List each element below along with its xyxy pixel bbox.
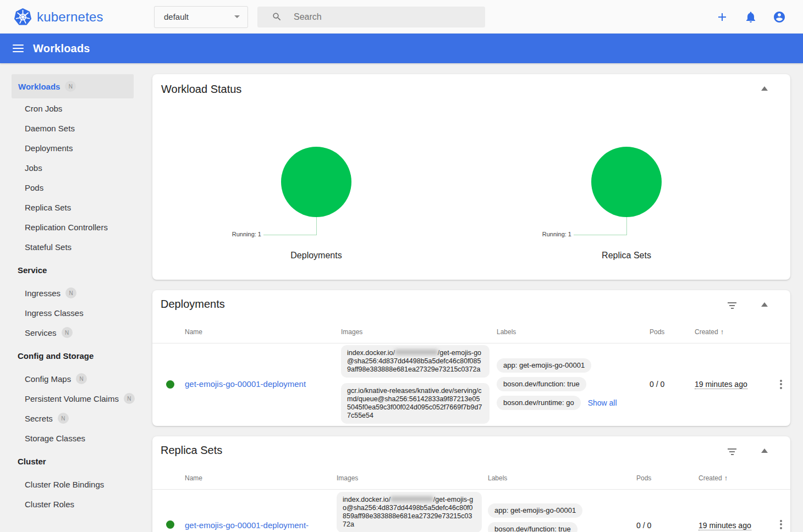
sidebar-item-replica-sets[interactable]: Replica Sets: [0, 197, 141, 217]
sidebar-item-cluster-roles[interactable]: Cluster Roles: [0, 494, 141, 514]
chart-caption: Replica Sets: [471, 251, 782, 261]
sidebar-section-service: Service: [0, 260, 141, 280]
column-header-images: Images: [337, 474, 488, 482]
sidebar-item-stateful-sets[interactable]: Stateful Sets: [0, 237, 141, 257]
labels-cell: app: get-emojis-go-00001 boson.dev/funct…: [488, 503, 636, 532]
row-menu-kebab-icon[interactable]: [776, 378, 786, 391]
image-chip: gcr.io/knative-releases/knative.dev/serv…: [341, 383, 490, 424]
pie-running-slice: [591, 147, 662, 217]
table-row: get-emojis-go-00001-deployment- index.do…: [152, 490, 790, 532]
search-input[interactable]: [294, 12, 459, 22]
sidebar-item-persistent-volume-claims[interactable]: Persistent Volume Claims N: [0, 389, 141, 408]
sidebar-item-storage-classes[interactable]: Storage Classes: [0, 428, 141, 448]
topbar-actions: [716, 10, 803, 24]
sidebar-item-config-maps[interactable]: Config Maps N: [0, 369, 141, 389]
deployments-pie-chart: Running: 1 Deployments: [161, 101, 471, 270]
account-user-icon[interactable]: [773, 10, 786, 24]
namespace-selector[interactable]: default: [154, 6, 248, 28]
sidebar-item-daemon-sets[interactable]: Daemon Sets: [0, 118, 141, 138]
sort-ascending-icon: ↑: [721, 328, 724, 336]
images-cell: index.docker.io//get-emojis-go@sha256:4d…: [337, 492, 488, 532]
status-running-icon: [166, 380, 174, 389]
filter-list-icon[interactable]: [727, 448, 737, 456]
sidebar-item-deployments[interactable]: Deployments: [0, 138, 141, 158]
pie-running-slice: [281, 147, 351, 217]
chart-caption: Deployments: [161, 251, 471, 261]
collapse-card-icon[interactable]: [761, 448, 768, 453]
label-chip: boson.dev/function: true: [497, 377, 586, 391]
column-header-created[interactable]: Created↑: [698, 474, 770, 482]
sidebar-item-services[interactable]: Services N: [0, 323, 141, 342]
collapse-card-icon[interactable]: [761, 302, 768, 307]
sidebar-item-jobs[interactable]: Jobs: [0, 158, 141, 178]
sidebar-item-secrets[interactable]: Secrets N: [0, 408, 141, 428]
kubernetes-logo-icon: [14, 8, 32, 26]
new-badge: N: [62, 327, 73, 338]
sidebar-item-ingresses[interactable]: Ingresses N: [0, 283, 141, 303]
image-chip: index.docker.io//get-emojis-go@sha256:4d…: [341, 345, 490, 378]
chevron-down-icon: [234, 15, 240, 18]
collapse-card-icon[interactable]: [761, 86, 768, 91]
row-menu-kebab-icon[interactable]: [776, 518, 786, 531]
image-chip: index.docker.io//get-emojis-go@sha256:4d…: [337, 492, 482, 532]
pie-callout-label: Running: 1: [232, 231, 261, 237]
deployment-name-link[interactable]: get-emojis-go-00001-deployment: [185, 379, 306, 389]
column-header-labels: Labels: [488, 474, 636, 482]
notifications-bell-icon[interactable]: [744, 10, 757, 24]
replica-set-name-link[interactable]: get-emojis-go-00001-deployment-: [185, 520, 309, 530]
page-title: Workloads: [33, 42, 90, 55]
search-bar[interactable]: [257, 7, 485, 27]
label-chip: app: get-emojis-go-00001: [497, 358, 591, 373]
replica-sets-card: Replica Sets Name Images Labels Pods Cre…: [152, 436, 790, 532]
redacted-registry-user: [391, 496, 433, 502]
top-bar: kubernetes default: [0, 0, 803, 34]
callout-line: [626, 217, 627, 235]
table-row: get-emojis-go-00001-deployment index.doc…: [152, 343, 790, 426]
sidebar-item-ingress-classes[interactable]: Ingress Classes: [0, 303, 141, 323]
main-content: Workload Status Running: 1 Deployments: [141, 63, 803, 532]
column-header-pods: Pods: [650, 328, 695, 336]
card-title: Deployments: [161, 298, 790, 311]
pods-count: 0 / 0: [650, 380, 664, 389]
kubernetes-dashboard: kubernetes default Workloads: [0, 0, 803, 532]
table-header-row: Name Images Labels Pods Created↑: [152, 467, 790, 490]
sort-ascending-icon: ↑: [724, 474, 728, 482]
column-header-name[interactable]: Name: [185, 328, 341, 336]
column-header-pods: Pods: [636, 474, 698, 482]
create-plus-icon[interactable]: [716, 10, 729, 24]
new-badge: N: [58, 413, 69, 424]
callout-line: [263, 235, 316, 235]
card-title: Replica Sets: [161, 444, 790, 457]
replica-sets-pie-chart: Running: 1 Replica Sets: [471, 101, 782, 270]
new-badge: N: [65, 287, 76, 298]
workload-status-charts: Running: 1 Deployments Running: 1 Replic…: [161, 101, 782, 270]
app-bar: Workloads: [0, 34, 803, 63]
pie-callout-label: Running: 1: [542, 231, 571, 237]
sidebar-item-replication-controllers[interactable]: Replication Controllers: [0, 217, 141, 237]
label-chip: boson.dev/runtime: go: [497, 396, 581, 410]
label-chip: boson.dev/function: true: [488, 522, 578, 532]
new-badge: N: [76, 373, 87, 384]
table-header-row: Name Images Labels Pods Created↑: [152, 320, 790, 343]
created-timestamp: 19 minutes ago: [698, 521, 751, 530]
sidebar-section-config-and-storage: Config and Storage: [0, 346, 141, 365]
sidebar-item-cron-jobs[interactable]: Cron Jobs: [0, 98, 141, 118]
label-chip: app: get-emojis-go-00001: [488, 503, 582, 518]
column-header-labels: Labels: [497, 328, 650, 336]
filter-list-icon[interactable]: [727, 302, 737, 310]
card-title: Workload Status: [161, 83, 782, 96]
sidebar-item-pods[interactable]: Pods: [0, 178, 141, 197]
callout-line: [574, 235, 626, 235]
show-all-link[interactable]: Show all: [588, 398, 617, 407]
column-header-name[interactable]: Name: [185, 474, 337, 482]
kubernetes-logo[interactable]: kubernetes: [0, 8, 154, 26]
namespace-selected-value: default: [164, 12, 234, 21]
menu-hamburger-icon[interactable]: [13, 42, 24, 54]
labels-cell: app: get-emojis-go-00001 boson.dev/funct…: [497, 358, 650, 410]
sidebar-item-workloads[interactable]: Workloads N: [12, 74, 134, 98]
column-header-images: Images: [341, 328, 497, 336]
deployments-card: Deployments Name Images Labels Pods Crea…: [152, 290, 790, 426]
new-badge: N: [124, 393, 135, 404]
column-header-created[interactable]: Created↑: [695, 328, 770, 336]
sidebar-item-cluster-role-bindings[interactable]: Cluster Role Bindings: [0, 474, 141, 494]
